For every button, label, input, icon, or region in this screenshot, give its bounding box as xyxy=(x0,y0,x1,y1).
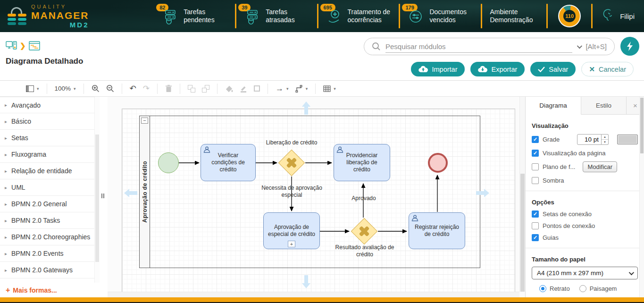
connection-points-checkbox[interactable] xyxy=(532,222,539,229)
menu-tratamento-ocorrencias[interactable]: 695 Tratamento de ocorrências xyxy=(318,0,399,32)
sidebar-scrollbar[interactable] xyxy=(94,97,100,283)
chevron-down-icon[interactable] xyxy=(577,43,582,48)
bpmn-subprocess-aprovacao[interactable]: Aprovação de especial de crédito + xyxy=(263,212,320,249)
pool-collapse-button[interactable]: − xyxy=(141,118,148,124)
sidebar-collapse-handle[interactable] xyxy=(101,194,104,198)
scroll-up-arrow[interactable] xyxy=(302,101,310,115)
waypoint-style-tool[interactable]: →▾ xyxy=(272,84,292,93)
redo-button[interactable]: ↷ xyxy=(140,84,153,93)
app-logo[interactable]: QUALITY MANAGER MD2 xyxy=(0,4,152,28)
sidebar-item-basico[interactable]: ▸Básico xyxy=(0,113,94,130)
line-color-button[interactable] xyxy=(236,85,251,93)
bpmn-start-event[interactable] xyxy=(158,152,179,173)
sidebar-item-bpmn-general[interactable]: ▸BPMN 2.0 General xyxy=(0,196,94,212)
page-view-tool[interactable]: ▾ xyxy=(23,85,42,92)
sidebar-item-avancado[interactable]: ▸Avançado xyxy=(0,97,94,113)
grid-size-input[interactable] xyxy=(577,134,602,145)
sidebar-item-bpmn-events[interactable]: ▸BPMN 2.0 Events xyxy=(0,245,94,262)
diagram-canvas[interactable]: Aprovação de crédito − xyxy=(108,97,525,297)
canvas-horizontal-scrollbar[interactable] xyxy=(108,292,519,297)
subprocess-expand-button[interactable]: + xyxy=(288,241,295,247)
sidebar-item-uml[interactable]: ▸UML xyxy=(0,179,94,196)
quick-actions-button[interactable] xyxy=(620,37,639,56)
bpmn-task-verificar[interactable]: Verificar condições de crédito xyxy=(201,144,256,181)
label-resultado-avaliacao[interactable]: Resultado avaliação de crédito xyxy=(329,244,400,258)
bpmn-task-providenciar[interactable]: Providenciar liberação de crédito xyxy=(334,144,390,181)
fill-color-button[interactable] xyxy=(222,85,236,93)
panel-scrollbar[interactable] xyxy=(639,97,644,297)
label-necessita-aprovacao[interactable]: Necessita de aprovação especial xyxy=(260,185,324,199)
grid-checkbox[interactable]: ✓ xyxy=(532,136,539,143)
user-menu[interactable]: Filipi xyxy=(593,0,644,32)
to-front-button[interactable] xyxy=(184,85,199,93)
stepper-up-icon[interactable]: ▲ xyxy=(602,135,608,140)
diagram-icon[interactable] xyxy=(29,41,40,51)
canvas-vertical-scrollbar[interactable] xyxy=(519,97,525,292)
sidebar-item-fluxograma[interactable]: ▸Fluxograma xyxy=(0,146,94,163)
page-view-icon xyxy=(26,85,34,92)
scroll-left-arrow[interactable] xyxy=(124,189,137,197)
chevron-right-icon: ▸ xyxy=(5,135,7,141)
tab-estilo[interactable]: Estilo xyxy=(581,97,627,114)
menu-ambiente-demonstracao[interactable]: Ambiente Demonstração xyxy=(482,0,546,32)
landscape-radio[interactable]: Paisagem xyxy=(579,285,617,292)
delete-button[interactable] xyxy=(162,84,176,93)
sidebar-item-setas[interactable]: ▸Setas xyxy=(0,130,94,146)
sidebar-scrollbar-thumb[interactable] xyxy=(95,135,99,262)
bpmn-end-event[interactable] xyxy=(428,153,448,173)
modify-background-button[interactable]: Modificar xyxy=(583,161,617,172)
paper-size-select[interactable]: A4 (210 mm x 297 mm) xyxy=(532,267,638,279)
sidebar-item-relacao-entidade[interactable]: ▸Relação de entidade xyxy=(0,163,94,179)
shape-outline-button[interactable] xyxy=(251,85,263,92)
label-liberacao-credito[interactable]: Liberação de crédito xyxy=(259,139,325,146)
zoom-out-button[interactable] xyxy=(103,84,117,93)
user-task-icon xyxy=(336,146,343,153)
chevron-right-icon: ▸ xyxy=(5,102,7,108)
shadow-checkbox[interactable] xyxy=(532,177,539,184)
zoom-in-button[interactable] xyxy=(88,84,103,93)
search-input[interactable] xyxy=(385,41,572,53)
pool-lane-header[interactable]: Aprovação de crédito xyxy=(140,116,150,268)
sidebar-item-bpmn-gateways[interactable]: ▸BPMN 2.0 Gateways xyxy=(0,262,94,278)
menu-tarefas-pendentes[interactable]: 82 Tarefas pendentes xyxy=(154,0,235,32)
sidebar-item-bpmn-choreographies[interactable]: ▸BPMN 2.0 Choreographies xyxy=(0,229,94,245)
bpmn-task-registrar[interactable]: Registrar rejeição de crédito xyxy=(409,212,465,249)
section-tamanho-papel: Tamanho do papel xyxy=(532,256,638,263)
guides-checkbox[interactable]: ✓ xyxy=(532,234,539,241)
connector-style-tool[interactable]: ▾ xyxy=(292,85,311,93)
module-search[interactable]: [Alt+S] xyxy=(364,38,615,55)
cancel-button[interactable]: ✕ Cancelar xyxy=(581,62,634,76)
chevron-right-icon: ▸ xyxy=(5,152,7,157)
page-view-checkbox[interactable]: ✓ xyxy=(532,150,539,157)
scroll-down-arrow[interactable] xyxy=(302,275,310,288)
grid-size-stepper[interactable]: ▲▼ xyxy=(602,134,609,145)
panel-scrollbar-thumb[interactable] xyxy=(640,98,644,153)
grid-color-swatch[interactable] xyxy=(617,135,638,144)
save-button[interactable]: Salvar xyxy=(530,62,576,76)
scroll-right-arrow[interactable] xyxy=(476,189,489,197)
portrait-radio[interactable]: Retrato xyxy=(539,285,570,292)
zoom-out-icon xyxy=(106,84,114,93)
score-gauge[interactable]: 110 xyxy=(548,0,591,32)
undo-button[interactable]: ↶ xyxy=(126,84,140,93)
connection-arrows-checkbox[interactable]: ✓ xyxy=(532,210,539,218)
background-checkbox[interactable] xyxy=(532,163,539,170)
menu-tarefas-atrasadas[interactable]: 39 Tarefas atrasadas xyxy=(236,0,317,32)
label-aprovado[interactable]: Aprovado xyxy=(345,195,383,202)
table-tool[interactable]: ▾ xyxy=(320,85,339,92)
stepper-down-icon[interactable]: ▼ xyxy=(602,140,608,144)
more-shapes-button[interactable]: + Mais formas... xyxy=(0,283,57,297)
shape-outline-icon xyxy=(254,85,260,92)
sidebar-item-bpmn-tasks[interactable]: ▸BPMN 2.0 Tasks xyxy=(0,212,94,229)
section-visualizacao: Visualização xyxy=(532,122,638,129)
import-button[interactable]: Importar xyxy=(411,62,465,76)
system-icon[interactable] xyxy=(6,41,17,51)
zoom-level-tool[interactable]: 100%▾ xyxy=(51,85,79,92)
menu-documentos-vencidos[interactable]: 179 Documentos vencidos xyxy=(400,0,481,32)
to-back-button[interactable] xyxy=(199,85,213,93)
export-button[interactable]: Exportar xyxy=(470,62,525,76)
tab-diagrama[interactable]: Diagrama xyxy=(526,97,581,115)
user-task-icon xyxy=(203,146,210,153)
zoom-in-icon xyxy=(92,84,100,93)
canvas-vertical-thumb[interactable] xyxy=(520,174,525,292)
